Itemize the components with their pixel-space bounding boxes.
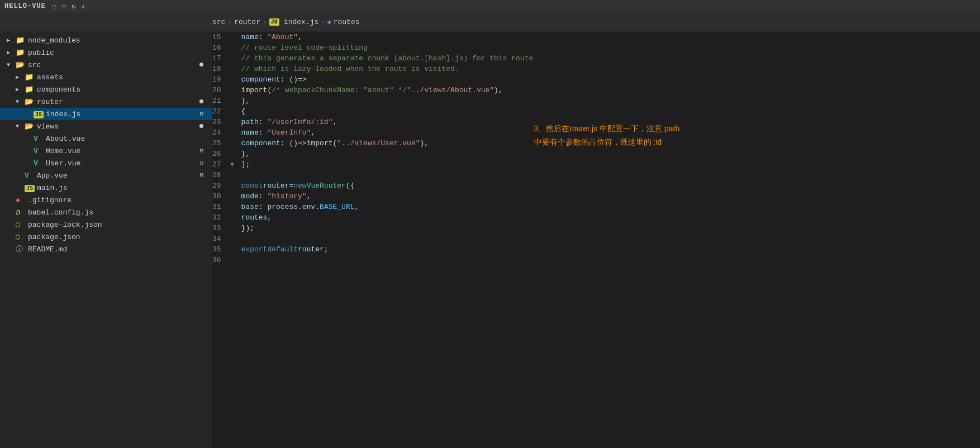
line-number-23: 23 [212, 117, 228, 127]
breadcrumb-src[interactable]: src [212, 18, 225, 26]
editor-area[interactable]: 1516171819202122232425262728293031323334… [212, 32, 980, 448]
fold-indicator-26 [228, 149, 237, 159]
fold-indicator-27[interactable]: ▼ [228, 159, 237, 170]
line-number-33: 33 [212, 223, 228, 233]
tree-arrow-node_modules: ▶ [7, 37, 16, 44]
fold-indicator-17 [228, 53, 237, 64]
fold-indicator-29 [228, 180, 237, 191]
tree-badge-views [199, 123, 208, 130]
code-container: 1516171819202122232425262728293031323334… [212, 32, 980, 448]
refresh-icon[interactable]: ↻ [72, 2, 75, 11]
line-number-21: 21 [212, 96, 228, 106]
tree-item-router[interactable]: ▼📂router [0, 96, 212, 108]
fold-indicator-30 [228, 191, 237, 202]
collapse-icon[interactable]: ⇓ [82, 2, 85, 11]
tree-icon-components: 📁 [25, 85, 35, 94]
tree-icon-assets: 📁 [25, 73, 35, 82]
line-number-25: 25 [212, 138, 228, 149]
code-lines: name: "About", // route level code-split… [237, 32, 980, 448]
tree-label-README.md: README.md [28, 245, 67, 254]
tree-item-package-lock.json[interactable]: ◯package-lock.json [0, 218, 212, 231]
tree-item-About.vue[interactable]: VAbout.vue [0, 132, 212, 145]
tree-icon-README.md: ⓘ [16, 244, 26, 254]
breadcrumb-routes[interactable]: routes [334, 18, 360, 26]
line-number-35: 35 [212, 244, 228, 255]
tree-label-babel.config.js: babel.config.js [28, 208, 93, 217]
tree-item-src[interactable]: ▼📂src [0, 59, 212, 71]
tree-badge-User.vue: U [199, 160, 203, 166]
fold-indicator-24 [228, 127, 237, 138]
tree-arrow-src: ▼ [7, 62, 16, 68]
tree-item-components[interactable]: ▶📁components [0, 83, 212, 96]
fold-indicator-35 [228, 244, 237, 255]
tree-icon-About.vue: V [34, 135, 44, 143]
tree-icon-babel.config.js: B [16, 208, 26, 217]
tree-label-package.json: package.json [28, 233, 80, 241]
code-line-36 [241, 255, 980, 265]
fold-indicator-25 [228, 138, 237, 149]
line-number-22: 22 [212, 106, 228, 117]
tree-icon-Home.vue: V [34, 147, 44, 155]
tree-label-Home.vue: Home.vue [46, 147, 80, 155]
line-number-36: 36 [212, 255, 228, 265]
tree-item-views[interactable]: ▼📂views [0, 120, 212, 132]
file-tree: ▶📁node_modules▶📁public▼📂src▶📁assets▶📁com… [0, 34, 212, 255]
tree-item-App.vue[interactable]: VApp.vueM [0, 169, 212, 182]
tree-item-index.js[interactable]: JSindex.jsM [0, 108, 212, 120]
line-number-15: 15 [212, 32, 228, 42]
tree-icon-main.js: JS [25, 184, 35, 192]
code-line-17: // this generates a separate chunk (abou… [241, 53, 980, 64]
tree-icon-.gitignore: ◆ [16, 196, 26, 204]
code-line-27: ]; [241, 159, 980, 170]
tree-item-babel.config.js[interactable]: Bbabel.config.js [0, 206, 212, 218]
fold-indicator-22 [228, 106, 237, 117]
line-numbers: 1516171819202122232425262728293031323334… [212, 32, 228, 448]
tree-item-assets[interactable]: ▶📁assets [0, 71, 212, 83]
breadcrumb-js-badge: JS [269, 18, 279, 26]
tree-label-assets: assets [37, 73, 63, 82]
code-line-35: export default router; [241, 244, 980, 255]
fold-indicator-21 [228, 96, 237, 106]
tree-item-public[interactable]: ▶📁public [0, 46, 212, 59]
fold-indicator-20 [228, 85, 237, 96]
new-folder-icon[interactable]: ☐ [62, 2, 66, 11]
main-layout: ▶📁node_modules▶📁public▼📂src▶📁assets▶📁com… [0, 32, 980, 448]
fold-indicator-33 [228, 223, 237, 233]
fold-indicator-18 [228, 64, 237, 74]
tree-icon-views: 📂 [25, 122, 35, 131]
breadcrumb: src › router › JS index.js › ⊛ routes [212, 18, 360, 26]
line-number-17: 17 [212, 53, 228, 64]
tree-item-main.js[interactable]: JSmain.js [0, 182, 212, 194]
code-line-15: name: "About", [241, 32, 980, 42]
tree-item-README.md[interactable]: ⓘREADME.md [0, 243, 212, 255]
line-number-32: 32 [212, 212, 228, 223]
tree-label-node_modules: node_modules [28, 36, 80, 45]
tree-icon-User.vue: V [34, 159, 44, 168]
breadcrumb-sep3: › [321, 18, 325, 26]
line-number-18: 18 [212, 64, 228, 74]
breadcrumb-indexjs[interactable]: index.js [284, 18, 318, 26]
tree-item-User.vue[interactable]: VUser.vueU [0, 157, 212, 169]
fold-indicator-15 [228, 32, 237, 42]
tree-item-Home.vue[interactable]: VHome.vueM [0, 145, 212, 157]
tree-item-node_modules[interactable]: ▶📁node_modules [0, 34, 212, 46]
code-line-32: routes, [241, 212, 980, 223]
tree-badge-src [199, 61, 208, 68]
code-line-20: import(/* webpackChunkName: "about" */ "… [241, 85, 980, 96]
tree-label-About.vue: About.vue [46, 135, 85, 143]
tree-label-src: src [28, 61, 41, 69]
new-file-icon[interactable]: ☐ [53, 2, 56, 11]
code-line-19: component: () => [241, 74, 980, 85]
titlebar-actions: ☐ ☐ ↻ ⇓ [53, 2, 85, 11]
line-number-26: 26 [212, 149, 228, 159]
code-line-30: mode: "history", [241, 191, 980, 202]
tree-item-package.json[interactable]: ◯package.json [0, 231, 212, 243]
tree-label-App.vue: App.vue [37, 171, 68, 180]
fold-indicator-23 [228, 117, 237, 127]
tree-icon-public: 📁 [16, 48, 26, 57]
tree-item-.gitignore[interactable]: ◆.gitignore [0, 194, 212, 206]
code-line-16: // route level code-splitting [241, 42, 980, 53]
breadcrumb-router[interactable]: router [234, 18, 260, 26]
line-number-16: 16 [212, 42, 228, 53]
fold-indicator-19 [228, 74, 237, 85]
